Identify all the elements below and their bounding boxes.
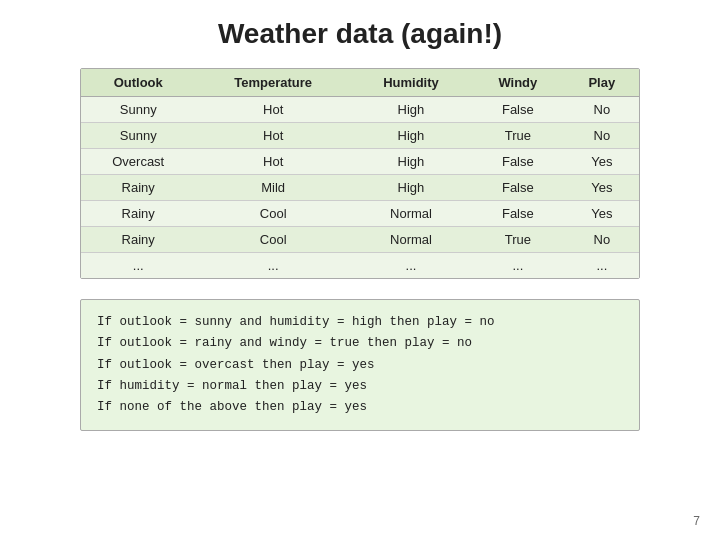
table-cell: False [471,97,565,123]
table-cell: Cool [195,227,350,253]
code-line: If none of the above then play = yes [97,397,623,418]
page-number: 7 [693,514,700,528]
table-header-cell: Play [565,69,639,97]
table-row: RainyCoolNormalTrueNo [81,227,639,253]
code-line: If outlook = sunny and humidity = high t… [97,312,623,333]
table-header-cell: Temperature [195,69,350,97]
table-header-cell: Windy [471,69,565,97]
table-cell: False [471,149,565,175]
table-cell: ... [195,253,350,279]
table-header-row: OutlookTemperatureHumidityWindyPlay [81,69,639,97]
table-cell: ... [565,253,639,279]
table-row: ............... [81,253,639,279]
table-cell: High [351,123,471,149]
table-cell: Mild [195,175,350,201]
table-cell: Rainy [81,227,195,253]
table-cell: Hot [195,149,350,175]
table-row: RainyMildHighFalseYes [81,175,639,201]
table-cell: High [351,97,471,123]
code-line: If outlook = rainy and windy = true then… [97,333,623,354]
table-cell: Yes [565,175,639,201]
table-cell: Yes [565,149,639,175]
table-cell: Yes [565,201,639,227]
table-cell: Normal [351,201,471,227]
table-cell: Hot [195,97,350,123]
table-cell: Normal [351,227,471,253]
code-line: If outlook = overcast then play = yes [97,355,623,376]
table-row: RainyCoolNormalFalseYes [81,201,639,227]
table-cell: Cool [195,201,350,227]
table-cell: High [351,149,471,175]
table-cell: Hot [195,123,350,149]
page-title: Weather data (again!) [0,18,720,50]
table-cell: Sunny [81,123,195,149]
table-header-cell: Humidity [351,69,471,97]
table-cell: High [351,175,471,201]
table-cell: False [471,201,565,227]
table-cell: True [471,227,565,253]
data-table: OutlookTemperatureHumidityWindyPlay Sunn… [80,68,640,279]
table-cell: Rainy [81,175,195,201]
code-block: If outlook = sunny and humidity = high t… [80,299,640,431]
table-cell: False [471,175,565,201]
table-cell: True [471,123,565,149]
table-cell: ... [471,253,565,279]
table-cell: Sunny [81,97,195,123]
table-row: SunnyHotHighTrueNo [81,123,639,149]
code-line: If humidity = normal then play = yes [97,376,623,397]
table-cell: No [565,97,639,123]
table-cell: Overcast [81,149,195,175]
table-cell: No [565,123,639,149]
table-header-cell: Outlook [81,69,195,97]
table-row: SunnyHotHighFalseNo [81,97,639,123]
table-cell: ... [351,253,471,279]
table-cell: Rainy [81,201,195,227]
table-row: OvercastHotHighFalseYes [81,149,639,175]
table-cell: ... [81,253,195,279]
table-cell: No [565,227,639,253]
